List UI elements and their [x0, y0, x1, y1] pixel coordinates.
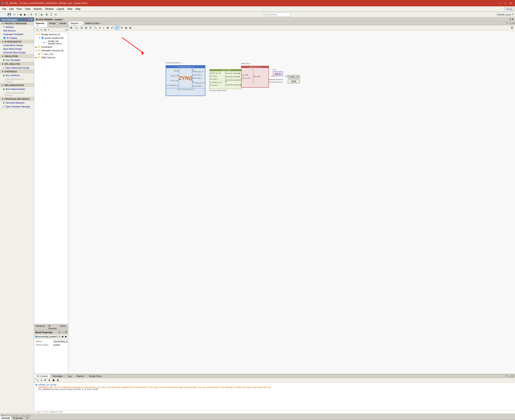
nav-forward-button[interactable]: ▶ — [64, 335, 68, 338]
tab-libraries[interactable]: Librar... — [58, 324, 69, 330]
section-header-simulation[interactable]: ▼ SIMULATION — [0, 54, 34, 58]
more-button[interactable]: ⊕ — [128, 26, 132, 30]
tcl-pause-button[interactable]: ⏸ — [47, 378, 51, 382]
menu-edit[interactable]: Edit — [8, 7, 15, 11]
forward-button[interactable]: ▶ — [23, 12, 27, 17]
tab-tcl-console[interactable]: Tcl Console — [34, 374, 51, 378]
tree-utility-sources[interactable]: ▶ 📁 Utility Sources — [35, 56, 68, 59]
menu-layout[interactable]: Layout — [55, 7, 66, 11]
undo-button[interactable]: ↩ — [12, 12, 17, 17]
menu-file[interactable]: File — [1, 7, 8, 11]
pin-icon[interactable]: 📌 — [25, 18, 28, 21]
run-button[interactable]: ▶ — [40, 12, 44, 17]
tree-sim1[interactable]: ▶ 📁 sim_1 (2) — [35, 52, 68, 56]
tab-diagram[interactable]: Diagram ✕ — [68, 22, 83, 25]
reload-button[interactable]: ↺ — [29, 12, 33, 17]
save-button[interactable]: 💾 — [7, 12, 12, 17]
tab-signals[interactable]: Signals — [58, 22, 68, 27]
nav-item-ip-catalog[interactable]: 🔷 IP Catalog — [0, 36, 34, 40]
nav-item-create-block-design[interactable]: Create Block Design — [0, 44, 34, 47]
zoom-out-button[interactable]: 🔍- — [74, 26, 80, 30]
question-props-icon[interactable]: ? — [59, 331, 60, 334]
connect-button[interactable]: ⊕ — [106, 26, 110, 30]
nav-item-open-block-design[interactable]: Open Block Design — [0, 47, 34, 51]
menu-reports[interactable]: Reports — [32, 7, 44, 11]
close-bd-icon[interactable]: ✕ — [512, 18, 513, 21]
section-header-prog[interactable]: ▼ PROGRAM AND DEBUG — [0, 97, 34, 101]
zoom-reset-button[interactable]: ↺ — [88, 26, 93, 30]
zoom-in-button[interactable]: 🔍 — [93, 26, 98, 30]
nav-item-language-templates[interactable]: Language Templates — [0, 32, 34, 36]
tab-sources[interactable]: Sources ✕ — [34, 22, 47, 27]
nav-item-open-hardware-manager[interactable]: ▷ Open Hardware Manager — [0, 105, 34, 108]
sigma-button[interactable]: Σ — [50, 12, 53, 17]
minimize-tcl-icon[interactable]: ─ — [508, 375, 510, 377]
question-diag-icon[interactable]: ? — [506, 22, 507, 24]
menu-tools[interactable]: Tools — [23, 7, 32, 11]
tab-design[interactable]: Design — [47, 22, 58, 27]
close-nav-icon[interactable]: ✕ — [31, 18, 32, 21]
refresh-button[interactable]: ↺ — [120, 26, 124, 30]
tab-messages[interactable]: Messages — [51, 374, 65, 378]
breath-led-block[interactable]: breath_led_v_1_0 sys_clk ◀ sys_rst_n ◀ R… — [241, 66, 269, 88]
minimize-diag-icon[interactable]: ─ — [508, 22, 510, 24]
quick-access-input[interactable] — [263, 13, 291, 16]
nav-item-generate-bitstream[interactable]: ▶ Generate Bitstream — [0, 101, 34, 105]
question-icon[interactable]: ? — [28, 18, 30, 21]
tcl-clear-button[interactable]: ≡ — [40, 378, 43, 382]
block-diagram-canvas[interactable]: processing_system7_0 DDR ◀ FIXED_IO ◀ FC… — [68, 30, 515, 374]
tab-ip-sources[interactable]: IP Sources — [47, 324, 58, 330]
section-header-project-manager[interactable]: ▼ PROJECT MANAGER — [0, 22, 34, 25]
question-tcl-icon[interactable]: ? — [506, 375, 507, 377]
add-ip-button[interactable]: + — [102, 26, 105, 30]
connections-button[interactable]: 🔗 — [114, 26, 120, 30]
tab-hierarchy[interactable]: Hierarchy — [34, 324, 47, 330]
maximize-props-icon[interactable]: □ — [63, 331, 64, 334]
rst-block[interactable]: rst_ps7_0_50M slowest_sync_clk ext_reset… — [209, 69, 242, 89]
section-header-ip-integrator[interactable]: ▼ IP INTEGRATOR — [0, 40, 34, 44]
nav-item-open-synthesized[interactable]: ▷ Open Synthesized Design — [0, 77, 34, 83]
nav-item-run-simulation[interactable]: ▶ Run Simulation — [0, 58, 34, 62]
layout-dropdown[interactable]: Default Layout ▾ — [496, 13, 514, 16]
close-button[interactable]: ✕ — [508, 1, 513, 5]
maximize-tcl-icon[interactable]: □ — [510, 375, 512, 377]
stop-button[interactable]: ✕ — [34, 12, 38, 17]
tree-breath-led[interactable]: ● 📄 breath_led (breath_led.v) — [35, 39, 68, 45]
collapse-all-button[interactable]: ⊟ — [43, 28, 47, 32]
tcl-trash-button[interactable]: 🗑 — [56, 378, 60, 382]
back-button[interactable]: ◀ — [18, 12, 23, 17]
menu-help[interactable]: Help — [74, 7, 82, 11]
nav-item-open-implemented[interactable]: ▷ Open Implemented Design — [0, 91, 34, 97]
question-bd-icon[interactable]: ? — [509, 18, 511, 21]
led-block[interactable]: led_0 — [273, 71, 283, 76]
section-header-impl[interactable]: ▼ IMPLEMENTATION — [0, 83, 34, 87]
list-view-button[interactable]: ≡ — [40, 28, 43, 32]
nav-item-open-elaborated[interactable]: ▷ Open Elaborated Design — [0, 66, 34, 70]
new-button[interactable]: 📄 — [1, 12, 6, 17]
maximize-diag-icon[interactable]: □ — [510, 22, 512, 24]
tcl-stop-button[interactable]: ⏹ — [52, 378, 56, 382]
tab-design-runs[interactable]: Design Runs — [87, 374, 104, 378]
tab-reports[interactable]: Reports — [74, 374, 87, 378]
close-diag-icon[interactable]: ✕ — [512, 22, 514, 25]
zoom-fit-button[interactable]: ⊞ — [69, 26, 73, 30]
tcl-input[interactable] — [34, 411, 515, 414]
restore-button[interactable]: □ — [503, 1, 508, 5]
highlight-button[interactable]: ◈ — [124, 26, 128, 30]
menu-window[interactable]: Window — [44, 7, 55, 11]
tree-system-bd[interactable]: ▼ 🔷 system (system.bd) — [35, 36, 68, 39]
zoom-region-button[interactable]: ⊟ — [84, 26, 88, 30]
menu-flow[interactable]: Flow — [15, 7, 23, 11]
nav-item-run-synthesis[interactable]: ▶ Run Synthesis — [0, 73, 34, 77]
section-header-rtl[interactable]: ▼ RTL ANALYSIS — [0, 62, 34, 66]
nav-item-run-implementation[interactable]: ▶ Run Implementation — [0, 87, 34, 91]
minimize-props-icon[interactable]: ─ — [61, 331, 62, 334]
tree-design-sources[interactable]: ▼ 📁 Design Sources (2) — [35, 33, 68, 36]
close-sources-tab-icon[interactable]: ✕ — [37, 25, 38, 27]
tree-sim-sources[interactable]: ▼ 📁 Simulation Sources (2) — [35, 49, 68, 52]
tcl-search-button[interactable]: 🔍 — [35, 378, 39, 382]
minimize-button[interactable]: ─ — [498, 1, 502, 5]
x-button[interactable]: ✕ — [54, 12, 58, 17]
close-address-tab-icon[interactable]: ✕ — [100, 22, 102, 24]
tcl-up-button[interactable]: ⬆ — [43, 378, 47, 382]
